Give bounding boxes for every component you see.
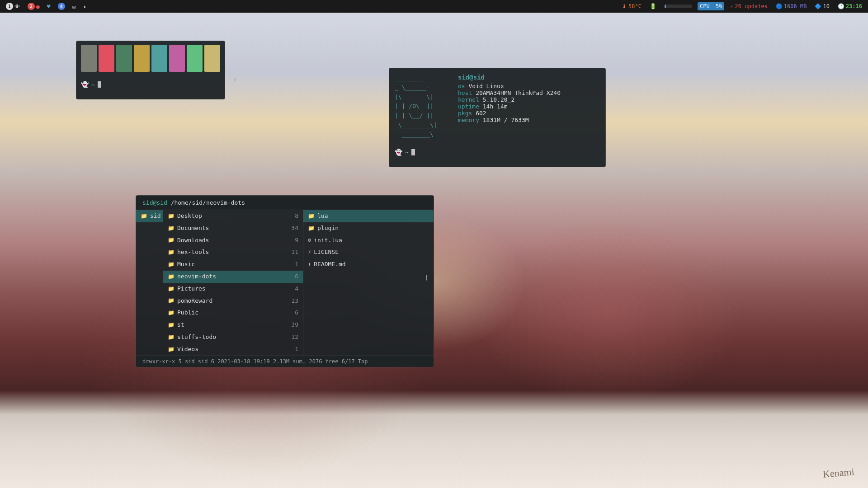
folder-name-hex-tools: hex-tools (177, 248, 287, 257)
workspace-4[interactable]: 4 (56, 2, 67, 11)
fm-row-lua[interactable]: 📁 lua (303, 210, 434, 222)
swatch-gray (81, 45, 97, 72)
fm-row-videos[interactable]: 📁 Videos 1 (163, 343, 303, 356)
fm-cursor-area: | (303, 271, 434, 285)
fm-row-documents[interactable]: 📁 Documents 34 (163, 222, 303, 235)
battery-icon: 🔋 (650, 3, 656, 9)
fm-sidebar-home[interactable]: 📁 sid (136, 210, 163, 222)
cpu-bar-widget[interactable] (662, 4, 694, 9)
cpu-widget[interactable]: CPU 5% (698, 2, 724, 10)
network-widget[interactable]: 🔷 10 (812, 2, 831, 10)
updates-widget[interactable]: ⚠ 26 updates (728, 2, 769, 10)
file-name-license: LICENSE (314, 248, 429, 257)
swatches-terminal: 👻 ~ (76, 41, 225, 99)
folder-name-videos: Videos (177, 345, 287, 354)
neofetch-terminal: ________ _ \______- |\ \| | | /O\ || | |… (389, 68, 606, 167)
fm-row-music[interactable]: 📁 Music 1 (163, 258, 303, 271)
folder-count-public: 6 (289, 308, 298, 318)
folder-count-videos: 1 (289, 345, 298, 354)
network-icon: 🔷 (815, 3, 821, 9)
fm-row-public[interactable]: 📁 Public 6 (163, 307, 303, 319)
folder-icon: 📁 (168, 296, 175, 305)
neofetch-os: os Void Linux (458, 83, 561, 89)
taskbar: 1 👁 2 ● ♥ 4 ✉ ✦ 🌡 58°C 🔋 (0, 0, 868, 13)
folder-icon: 📁 (168, 224, 175, 233)
memory-label: memory (458, 117, 483, 123)
fm-row-init-lua[interactable]: ⚙ init.lua (303, 235, 434, 247)
swatch-green (187, 45, 203, 72)
swatch-teal (151, 45, 167, 72)
host-label: host (458, 89, 476, 96)
ghost-icon: 👻 (81, 81, 89, 88)
folder-icon: 📁 (308, 212, 315, 221)
fm-path-user: sid@sid (142, 199, 167, 206)
folder-name-public: Public (177, 308, 287, 318)
neofetch-username: sid@sid (458, 74, 561, 81)
fm-row-readme[interactable]: ⬇ README.md (303, 258, 434, 271)
prompt-tilde-2: ~ (405, 149, 409, 155)
workspace-2[interactable]: 2 ● (25, 2, 42, 11)
neofetch-pkgs: pkgs 602 (458, 110, 561, 117)
folder-count-pictures: 4 (289, 284, 298, 294)
battery-widget[interactable]: 🔋 (647, 2, 659, 10)
workspace-2-badge: 2 (28, 3, 35, 10)
workspace-3[interactable]: ♥ (45, 2, 53, 11)
folder-icon: 📁 (168, 285, 175, 293)
folder-icon: 📁 (168, 333, 175, 342)
clock-icon: 🕐 (838, 3, 844, 9)
swatch-yellow (134, 45, 150, 72)
fm-left-pane: 📁 Desktop 8 📁 Documents 34 📁 Downloads 9… (163, 210, 303, 356)
workspace-1[interactable]: 1 👁 (4, 2, 23, 11)
cpu-progress-bar (665, 5, 692, 8)
folder-count-hex-tools: 11 (289, 248, 298, 257)
folder-name-st: st (177, 320, 287, 330)
workspace-1-icon: 👁 (14, 3, 20, 10)
workspace-settings[interactable]: ✦ (80, 2, 89, 11)
fm-row-downloads[interactable]: 📁 Downloads 9 (163, 235, 303, 247)
bolt-icon: ⚡ (308, 248, 311, 257)
cursor-bar: | (425, 274, 428, 281)
clock-widget[interactable]: 🕐 23:16 (835, 2, 864, 10)
fm-right-pane: 📁 lua 📁 plugin ⚙ init.lua ⚡ LICENSE ⬇ RE… (303, 210, 434, 356)
settings-icon: ✦ (83, 3, 86, 10)
os-value: Void Linux (468, 83, 504, 89)
prompt-cursor (98, 81, 101, 88)
fm-row-pictures[interactable]: 📁 Pictures 4 (163, 283, 303, 295)
gear-icon: ⚙ (308, 236, 311, 244)
fm-row-neovim-dots[interactable]: 📁 neovim-dots 6 (163, 271, 303, 283)
updates-count: 26 updates (735, 3, 768, 9)
folder-count-desktop: 8 (289, 211, 298, 221)
network-count: 10 (823, 3, 829, 9)
prompt-cursor-2 (411, 149, 415, 155)
heart-icon: ♥ (47, 3, 51, 10)
fm-row-hex-tools[interactable]: 📁 hex-tools 11 (163, 246, 303, 258)
workspace-4-badge: 4 (58, 3, 65, 10)
folder-name-downloads: Downloads (177, 236, 287, 245)
fm-row-stuffs-todo[interactable]: 📁 stuffs-todo 12 (163, 331, 303, 343)
sidebar-folder-icon: 📁 (141, 212, 147, 221)
cpu-label: CPU (700, 3, 710, 9)
swatch-dark-green (116, 45, 132, 72)
fm-row-pomoreward[interactable]: 📁 pomoReward 13 (163, 295, 303, 307)
fm-row-desktop[interactable]: 📁 Desktop 8 (163, 210, 303, 222)
statusbar-text: drwxr-xr-x 5 sid sid 6 2021-03-18 19:19 … (142, 358, 368, 365)
neofetch-uptime: uptime 14h 14m (458, 103, 561, 110)
memory-widget[interactable]: 🔵 1606 MB (774, 2, 809, 10)
thermometer-icon: 🌡 (622, 3, 627, 9)
fm-row-plugin[interactable]: 📁 plugin (303, 222, 434, 235)
warning-icon: ⚠ (730, 3, 733, 9)
pkgs-value: 602 (476, 110, 486, 117)
workspace-mail[interactable]: ✉ (70, 2, 78, 11)
folder-count-st: 39 (289, 320, 298, 330)
workspace-1-badge: 1 (6, 3, 13, 10)
fm-row-license[interactable]: ⚡ LICENSE (303, 246, 434, 258)
folder-count-pomoreward: 13 (289, 296, 298, 306)
folder-name-pomoreward: pomoReward (177, 296, 287, 306)
fm-titlebar: sid@sid /home/sid/neovim-dots (136, 196, 434, 210)
folder-count-downloads: 9 (289, 236, 298, 245)
fm-row-st[interactable]: 📁 st 39 (163, 319, 303, 331)
pkgs-label: pkgs (458, 110, 476, 117)
temperature-widget[interactable]: 🌡 58°C (619, 2, 644, 10)
kernel-value: 5.10.20_2 (483, 96, 514, 103)
swatch-light-yellow (204, 45, 220, 72)
